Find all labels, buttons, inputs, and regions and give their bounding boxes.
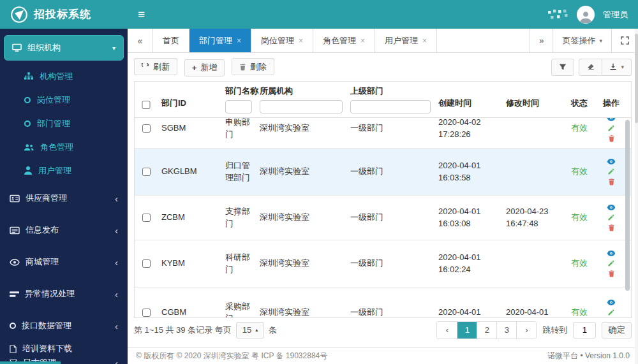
sidebar-group-supplier[interactable]: 供应商管理 ‹	[0, 182, 128, 214]
add-button[interactable]: + 新增	[184, 59, 225, 76]
edit-button[interactable]	[607, 124, 615, 132]
page-size-dropdown[interactable]: 15 ▴	[236, 322, 264, 339]
next-page-button[interactable]: ›	[516, 322, 536, 339]
app-title: 招投标系统	[34, 7, 91, 22]
sidebar-group-training-download[interactable]: 培训资料下载	[0, 342, 128, 356]
username-label[interactable]: 管理员	[603, 9, 628, 20]
table-row[interactable]: SGBM 申购部门 深圳湾实验室 一级部门 2020-04-0217:28:26…	[135, 118, 631, 149]
sidebar-item-user-mgmt[interactable]: 用户管理	[0, 159, 128, 182]
view-button[interactable]	[607, 158, 616, 165]
tabs-scroll-right-button[interactable]: »	[530, 29, 553, 52]
created-date: 2020-04-01	[438, 306, 481, 317]
view-button[interactable]	[607, 250, 616, 257]
export-dropdown-button[interactable]: ▾	[602, 59, 632, 76]
content-area: 刷新 + 新增 删除	[128, 53, 638, 347]
filter-button[interactable]	[551, 59, 574, 76]
table-row[interactable]: GKGLBM 归口管理部门 深圳湾实验室 一级部门 2020-04-0116:0…	[135, 149, 631, 196]
pencil-icon	[607, 168, 615, 175]
sidebar-group-interface-data[interactable]: 接口数据管理 ‹	[0, 310, 128, 342]
table-row[interactable]: KYBM 科研部门 深圳湾实验室 一级部门 2020-04-0116:02:24…	[135, 240, 631, 288]
trash-icon	[608, 224, 615, 231]
view-button[interactable]	[607, 299, 616, 306]
row-checkbox[interactable]	[142, 214, 151, 222]
sidebar-item-label: 角色管理	[40, 142, 73, 153]
delete-row-button[interactable]	[608, 135, 615, 142]
page-ops-dropdown[interactable]: 页签操作 ▾	[553, 29, 611, 52]
prev-page-button[interactable]: ‹	[437, 322, 457, 339]
sidebar-group-exception[interactable]: 异常情况处理 ‹	[0, 278, 128, 310]
tab-close-icon[interactable]: ×	[360, 37, 365, 45]
delete-row-button[interactable]	[608, 178, 615, 186]
sidebar-submenu: 机构管理 岗位管理 部门管理 角色管理 用户管理	[0, 64, 128, 182]
pencil-icon	[607, 259, 615, 267]
tab-post-mgmt[interactable]: 岗位管理 ×	[251, 29, 313, 52]
tab-home[interactable]: 首页	[153, 29, 189, 52]
tab-user-mgmt[interactable]: 用户管理 ×	[375, 29, 437, 52]
page-button-1[interactable]: 1	[457, 322, 477, 339]
page-scrollbar-thumb[interactable]	[635, 34, 638, 123]
delete-row-button[interactable]	[608, 270, 615, 277]
edit-button[interactable]	[607, 214, 615, 221]
tab-dept-mgmt[interactable]: 部门管理 ×	[189, 29, 251, 52]
sidebar-item-role-mgmt[interactable]: 角色管理	[0, 135, 128, 159]
row-checkbox[interactable]	[142, 259, 151, 268]
org-filter-input[interactable]	[260, 100, 343, 113]
tab-close-icon[interactable]: ×	[422, 37, 427, 45]
delete-row-button[interactable]	[608, 224, 615, 231]
dept-id: CGBM	[158, 288, 221, 317]
clear-filter-button[interactable]	[579, 59, 602, 76]
page-button-2[interactable]: 2	[477, 322, 496, 339]
top-navbar: 招投标系统 ≡ 管理员	[0, 0, 638, 29]
dept-name: 采购部门	[221, 288, 256, 317]
row-checkbox[interactable]	[142, 124, 151, 133]
tab-close-icon[interactable]: ×	[237, 37, 241, 45]
sidebar-group-organization[interactable]: 组织机构 ▾	[4, 35, 124, 61]
table-row[interactable]: ZCBM 支撑部门 深圳湾实验室 一级部门 2020-04-0116:03:08…	[135, 196, 631, 240]
sidebar-toggle-icon[interactable]: ≡	[138, 8, 145, 20]
departments-table: 部门ID 部门名称 所属机构 上级部门 创建时间 修改时间 状态 操作	[134, 81, 632, 318]
bars-icon	[10, 291, 19, 298]
delete-button[interactable]: 删除	[232, 58, 274, 75]
tab-role-mgmt[interactable]: 角色管理 ×	[313, 29, 375, 52]
jump-confirm-button[interactable]: 确定	[602, 322, 632, 339]
tab-close-icon[interactable]: ×	[299, 37, 303, 45]
dept-name-filter-input[interactable]	[225, 100, 252, 113]
chevron-left-icon: ‹	[115, 289, 118, 299]
jump-page-input[interactable]	[573, 322, 596, 339]
sidebar-cutoff-highlight	[0, 361, 61, 364]
edit-button[interactable]	[607, 309, 615, 316]
table-body: SGBM 申购部门 深圳湾实验室 一级部门 2020-04-0217:28:26…	[135, 118, 631, 317]
parent-dept-filter-input[interactable]	[350, 100, 431, 113]
main-panel: « 首页 部门管理 × 岗位管理 × 角色管理 × 用户管理 × » 页签操作 …	[128, 29, 638, 364]
sidebar-item-org-mgmt[interactable]: 机构管理	[0, 64, 128, 88]
sidebar-item-dept-mgmt[interactable]: 部门管理	[0, 112, 128, 135]
page-size-value: 15	[242, 325, 251, 335]
sidebar-item-post-mgmt[interactable]: 岗位管理	[0, 88, 128, 112]
circle-icon	[10, 323, 16, 329]
edit-button[interactable]	[607, 168, 615, 175]
page-scrollbar[interactable]	[635, 29, 638, 364]
page-button-3[interactable]: 3	[496, 322, 516, 339]
select-all-checkbox[interactable]	[138, 101, 154, 109]
dept-org: 深圳湾实验室	[256, 118, 346, 148]
tabs-scroll-left-button[interactable]: «	[128, 29, 153, 52]
view-button[interactable]	[607, 204, 616, 211]
add-label: 新增	[200, 62, 217, 73]
caret-up-icon: ▴	[255, 327, 258, 333]
edit-button[interactable]	[607, 259, 615, 267]
modified-date: 2020-04-01	[506, 306, 549, 317]
pixel-grid-icon[interactable]	[548, 9, 568, 20]
row-checkbox[interactable]	[142, 168, 151, 176]
sidebar-group-mall[interactable]: 商城管理 ‹	[0, 246, 128, 278]
user-avatar[interactable]	[577, 6, 595, 24]
fullscreen-button[interactable]	[611, 29, 638, 52]
status-badge: 有效	[571, 306, 588, 317]
view-button[interactable]	[607, 118, 616, 122]
table-row[interactable]: CGBM 采购部门 深圳湾实验室 一级部门 2020-04-01 2020-04…	[135, 288, 631, 317]
sidebar-group-info-publish[interactable]: 信息发布 ‹	[0, 214, 128, 246]
refresh-button[interactable]: 刷新	[134, 58, 177, 75]
sidebar-item-label: 用户管理	[38, 165, 71, 177]
delete-label: 删除	[250, 61, 267, 73]
table-scrollbar-thumb[interactable]	[625, 120, 630, 291]
row-checkbox[interactable]	[142, 309, 151, 317]
